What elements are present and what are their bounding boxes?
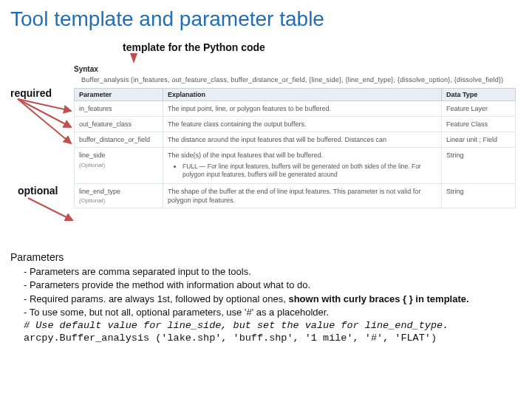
syntax-body: Buffer_analysis (in_features, out_featur… <box>71 75 519 88</box>
code-comment: # Use default value for line_side, but s… <box>24 320 522 331</box>
svg-line-3 <box>28 198 72 220</box>
table-header-row: Parameter Explanation Data Type <box>75 89 516 101</box>
table-row: line_side(Optional) The side(s) of the i… <box>75 148 516 183</box>
svg-line-1 <box>18 99 71 127</box>
th-datatype: Data Type <box>442 89 516 101</box>
code-call: arcpy.Buffer_analysis ('lake.shp', 'buff… <box>24 332 522 344</box>
label-required: required <box>10 87 52 99</box>
note-line: - To use some, but not all, optional par… <box>24 307 522 318</box>
subtitle-template: template for the Python code <box>123 41 265 53</box>
doc-screenshot: Syntax Buffer_analysis (in_features, out… <box>71 64 519 235</box>
parameter-table: Parameter Explanation Data Type in_featu… <box>74 88 516 208</box>
svg-line-0 <box>18 99 71 111</box>
table-row: in_features The input point, line, or po… <box>75 101 516 117</box>
notes-block: Parameters - Parameters are comma separa… <box>10 251 522 344</box>
notes-heading: Parameters <box>10 251 522 263</box>
th-explanation: Explanation <box>163 89 442 101</box>
table-row: out_feature_class The feature class cont… <box>75 117 516 132</box>
note-line: - Parameters are comma separated input t… <box>24 266 522 278</box>
note-line: - Required params. are always 1st, follo… <box>24 293 522 305</box>
table-row: line_end_type(Optional) The shape of the… <box>75 183 516 208</box>
syntax-heading: Syntax <box>71 64 519 75</box>
svg-line-2 <box>18 99 71 143</box>
table-row: buffer_distance_or_field The distance ar… <box>75 132 516 148</box>
note-line: - Parameters provide the method with inf… <box>24 279 522 291</box>
page-title: Tool template and parameter table <box>0 0 532 37</box>
th-parameter: Parameter <box>75 89 163 101</box>
required-arrow-icon <box>10 90 77 157</box>
label-optional: optional <box>18 185 58 197</box>
arrow-down-icon <box>130 53 137 64</box>
